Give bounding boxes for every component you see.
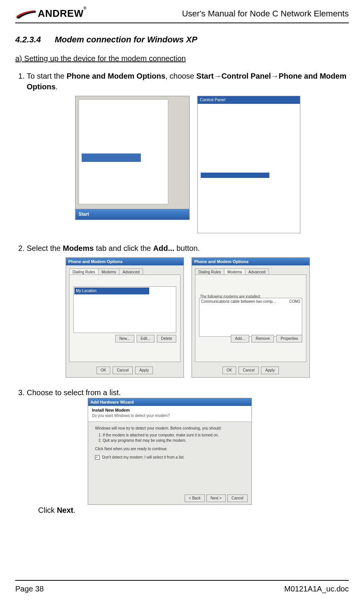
cancel-button[interactable]: Cancel [227,494,248,502]
section-heading: 4.2.3.4 Modem connection for Windows XP [15,35,349,45]
apply-button[interactable]: Apply [135,367,153,374]
page-number: Page 38 [15,585,44,593]
properties-button[interactable]: Properties [276,335,302,343]
wizard-title: Add Hardware Wizard [88,398,251,406]
wizard-checkbox-row[interactable]: Don't detect my modem; I will select it … [95,455,245,460]
cancel-button[interactable]: Cancel [113,367,133,374]
wizard-subheading: Do you want Windows to detect your modem… [92,413,248,418]
step-3: Choose to select from a list. Add Hardwa… [27,387,349,515]
screenshot-start-menu: Start [75,96,190,220]
dialog-title: Phone and Modem Options [192,258,309,265]
click-next-instruction: Click Next. [38,505,349,515]
modem-row-name: Communications cable between two comp... [201,299,276,304]
doc-id: M0121A1A_uc.doc [284,585,349,593]
page-header: ANDREW® User's Manual for Node C Network… [15,8,349,23]
wizard-checkbox-label: Don't detect my modem; I will select it … [102,455,185,459]
screenshot-add-hardware-wizard: Add Hardware Wizard Install New Modem Do… [88,398,252,505]
control-panel-title: Control Panel [198,96,300,104]
logo-text: ANDREW® [38,8,87,19]
ok-button[interactable]: OK [97,367,110,374]
wizard-li-1: If the modem is attached to your compute… [103,433,245,438]
remove-button[interactable]: Remove [251,335,274,343]
add-button[interactable]: Add... [231,335,249,343]
page-footer: Page 38 M0121A1A_uc.doc [15,580,349,593]
wizard-intro: Windows will now try to detect your mode… [95,426,245,431]
wizard-li-2: Quit any programs that may be using the … [103,438,245,443]
step-1: To start the Phone and Modem Options, ch… [27,71,349,233]
cancel-button[interactable]: Cancel [238,367,259,374]
step-2: Select the Modems tab and click the Add.… [27,243,349,378]
location-selected[interactable]: My Location [74,288,149,294]
logo-swoosh-icon [15,8,36,19]
screenshot-dialog-dialing-rules: Phone and Modem Options Dialing Rules Mo… [66,257,184,378]
checkbox-icon[interactable] [95,455,100,460]
apply-button[interactable]: Apply [261,367,279,374]
ok-button[interactable]: OK [222,367,236,374]
screenshot-dialog-modems: Phone and Modem Options Dialing Rules Mo… [192,257,310,378]
wizard-heading: Install New Modem [92,407,248,413]
document-title: User's Manual for Node C Network Element… [182,9,349,19]
subheading-a: a) Setting up the device for the modem c… [15,54,349,63]
screenshot-control-panel: Control Panel [197,96,300,233]
next-button[interactable]: Next > [206,494,226,502]
wizard-ready: Click Next when you are ready to continu… [95,446,245,452]
new-button[interactable]: New... [115,335,134,343]
modem-row-port: COM1 [289,299,300,304]
brand-logo: ANDREW® [15,8,87,19]
edit-button[interactable]: Edit... [137,335,155,343]
dialog-title: Phone and Modem Options [66,258,184,265]
start-taskbar: Start [76,209,189,220]
delete-button[interactable]: Delete [157,335,176,343]
section-number: 4.2.3.4 [15,35,41,45]
section-title: Modem connection for Windows XP [55,35,197,44]
back-button[interactable]: < Back [185,494,205,502]
